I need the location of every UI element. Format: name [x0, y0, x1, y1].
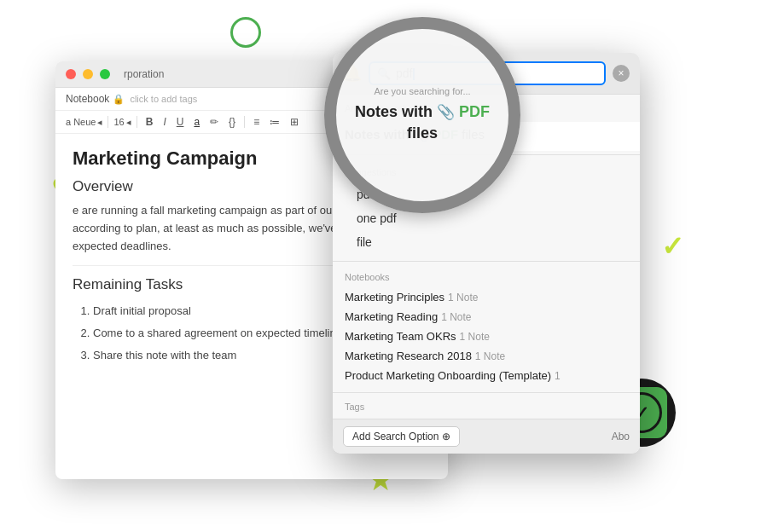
add-search-option-button[interactable]: Add Search Option ⊕: [343, 426, 460, 447]
notebook-label: Notebook 🔒: [66, 93, 125, 105]
table-button[interactable]: ⊞: [287, 115, 302, 129]
footer-right-text: Abo: [612, 431, 630, 442]
magnifier-main-text: Notes with 📎 PDF files: [353, 101, 491, 144]
align-button[interactable]: ≡: [250, 115, 263, 129]
search-close-button[interactable]: ×: [613, 65, 630, 82]
notebooks-section: Notebooks Marketing Principles 1 Note Ma…: [333, 265, 640, 389]
window-fullscreen-btn[interactable]: [100, 69, 110, 79]
notebook-row-2[interactable]: Marketing Reading 1 Note: [345, 307, 628, 327]
code-button[interactable]: {}: [225, 115, 239, 129]
color-button[interactable]: a: [190, 115, 203, 129]
font-name-selector[interactable]: a Neue ◂: [66, 117, 102, 128]
fmt-divider-3: [244, 116, 245, 128]
notebook-row-3[interactable]: Marketing Team OKRs 1 Note: [345, 327, 628, 346]
magnifier-content: Are you searching for... Notes with 📎 PD…: [336, 29, 508, 201]
fmt-divider-1: [107, 116, 108, 128]
window-minimize-btn[interactable]: [83, 69, 93, 79]
italic-button[interactable]: I: [160, 115, 169, 129]
search-footer: Add Search Option ⊕ Abo: [333, 419, 640, 453]
fmt-divider-2: [137, 116, 137, 128]
tags-label: Tags: [345, 402, 628, 412]
list-button[interactable]: ≔: [266, 115, 283, 129]
bold-button[interactable]: B: [142, 115, 157, 129]
editor-window-title: rporation: [124, 68, 164, 80]
add-tags-hint[interactable]: click to add tags: [130, 94, 197, 104]
lock-icon: 🔒: [113, 94, 125, 105]
magnifier-prompt: Are you searching for...: [374, 86, 470, 96]
decorative-circle: [230, 17, 261, 48]
magnifier-overlay: Are you searching for... Notes with 📎 PD…: [324, 17, 520, 213]
underline-button[interactable]: U: [173, 115, 188, 129]
decorative-checkmark: ✓: [661, 230, 684, 263]
notebook-row-4[interactable]: Marketing Research 2018 1 Note: [345, 346, 628, 366]
font-size-selector[interactable]: 16 ◂: [113, 117, 131, 128]
notebooks-label: Notebooks: [345, 272, 628, 282]
suggestion-file[interactable]: file: [345, 230, 628, 254]
suggestion-one-pdf[interactable]: one pdf: [345, 206, 628, 230]
section-divider-2: [333, 261, 640, 262]
clip-emoji: 📎: [437, 104, 459, 120]
pdf-label: PDF: [459, 103, 490, 120]
notebook-row-5[interactable]: Product Marketing Onboarding (Template) …: [345, 366, 628, 385]
notebook-row-1[interactable]: Marketing Principles 1 Note: [345, 287, 628, 307]
highlight-button[interactable]: ✏: [206, 115, 222, 129]
section-divider-3: [333, 392, 640, 393]
window-close-btn[interactable]: [66, 69, 76, 79]
